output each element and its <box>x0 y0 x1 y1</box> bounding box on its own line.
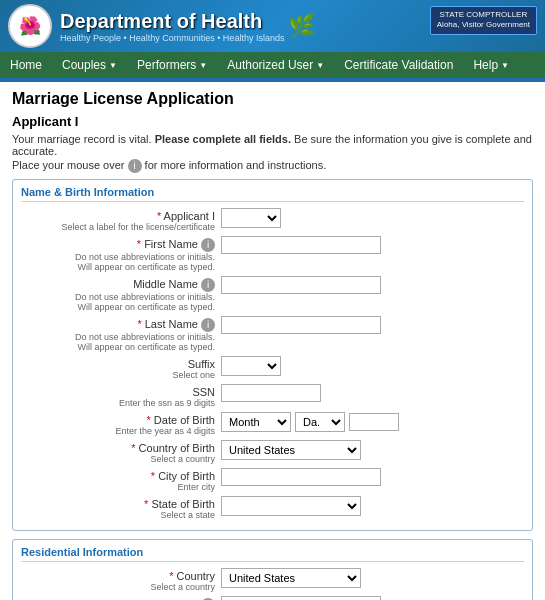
country-birth-select[interactable]: United States <box>221 440 361 460</box>
last-name-row: * Last Name i Do not use abbreviations o… <box>21 316 524 352</box>
city-birth-input[interactable] <box>221 468 381 486</box>
first-name-label: * First Name i <box>137 238 215 250</box>
middle-name-row: Middle Name i Do not use abbreviations o… <box>21 276 524 312</box>
main-content: Marriage License Application Applicant I… <box>0 82 545 600</box>
applicant-select[interactable] <box>221 208 281 228</box>
suffix-sublabel: Select one <box>21 370 215 380</box>
address1-input[interactable] <box>221 596 381 600</box>
header: 🌺 Department of Health Healthy People • … <box>0 0 545 52</box>
suffix-select[interactable] <box>221 356 281 376</box>
suffix-label: Suffix <box>188 358 215 370</box>
middle-name-label: Middle Name i <box>133 278 215 290</box>
dob-row: * Date of Birth Enter the year as 4 digi… <box>21 412 524 436</box>
country-birth-label: * Country of Birth <box>131 442 215 454</box>
performers-arrow: ▼ <box>199 61 207 70</box>
country-select[interactable]: United States <box>221 568 361 588</box>
city-birth-label: * City of Birth <box>151 470 215 482</box>
ssn-row: SSN Enter the ssn as 9 digits <box>21 384 524 408</box>
middle-name-input[interactable] <box>221 276 381 294</box>
suffix-row: Suffix Select one <box>21 356 524 380</box>
mouse-info: Place your mouse over i for more informa… <box>12 159 533 173</box>
country-birth-row: * Country of Birth Select a country Unit… <box>21 440 524 464</box>
city-birth-sublabel: Enter city <box>21 482 215 492</box>
state-birth-label: * State of Birth <box>144 498 215 510</box>
info-text-1: Your marriage record is vital. Please co… <box>12 133 533 157</box>
state-logo-container: STATE COMPTROLLERAloha, Visitor Governme… <box>430 6 537 35</box>
last-name-label: * Last Name i <box>137 318 215 330</box>
address1-row: * Address 1 i Street address <box>21 596 524 600</box>
nav-authorized-user[interactable]: Authorized User ▼ <box>217 52 334 78</box>
country-birth-sublabel: Select a country <box>21 454 215 464</box>
nav-home[interactable]: Home <box>0 52 52 78</box>
dob-day-select[interactable]: Da. 12345 678910 1112131415 1617181920 2… <box>295 412 345 432</box>
bold-info: Please complete all fields. <box>155 133 291 145</box>
state-birth-row: * State of Birth Select a state <box>21 496 524 520</box>
applicant-row: * Applicant I Select a label for the lic… <box>21 208 524 232</box>
nav-certificate-validation[interactable]: Certificate Validation <box>334 52 463 78</box>
first-name-info-icon[interactable]: i <box>201 238 215 252</box>
dob-sublabel: Enter the year as 4 digits <box>21 426 215 436</box>
nav-bar: Home Couples ▼ Performers ▼ Authorized U… <box>0 52 545 78</box>
ssn-label: SSN <box>192 386 215 398</box>
state-birth-sublabel: Select a state <box>21 510 215 520</box>
dob-month-select[interactable]: Month JanuaryFebruaryMarch AprilMayJune … <box>221 412 291 432</box>
first-name-row: * First Name i Do not use abbreviations … <box>21 236 524 272</box>
nav-performers[interactable]: Performers ▼ <box>127 52 217 78</box>
auth-arrow: ▼ <box>316 61 324 70</box>
applicant-sublabel: Select a label for the license/certifica… <box>21 222 215 232</box>
residential-section: Residential Information * Country Select… <box>12 539 533 600</box>
nav-couples[interactable]: Couples ▼ <box>52 52 127 78</box>
dob-year-input[interactable] <box>349 413 399 431</box>
header-text: Department of Health Healthy People • He… <box>60 10 284 43</box>
name-birth-section: Name & Birth Information * Applicant I S… <box>12 179 533 531</box>
ssn-sublabel: Enter the ssn as 9 digits <box>21 398 215 408</box>
couples-arrow: ▼ <box>109 61 117 70</box>
middle-name-sublabel: Do not use abbreviations or initials.Wil… <box>21 292 215 312</box>
applicant-label: * Applicant I <box>157 210 215 222</box>
site-title: Department of Health <box>60 10 284 33</box>
country-label: * Country <box>169 570 215 582</box>
city-birth-row: * City of Birth Enter city <box>21 468 524 492</box>
help-arrow: ▼ <box>501 61 509 70</box>
site-subtitle: Healthy People • Healthy Communities • H… <box>60 33 284 43</box>
country-sublabel: Select a country <box>21 582 215 592</box>
state-birth-select[interactable] <box>221 496 361 516</box>
state-seal: 🌺 <box>8 4 52 48</box>
dob-label: * Date of Birth <box>147 414 215 426</box>
name-birth-legend: Name & Birth Information <box>21 186 524 202</box>
last-name-sublabel: Do not use abbreviations or initials.Wil… <box>21 332 215 352</box>
first-name-sublabel: Do not use abbreviations or initials.Wil… <box>21 252 215 272</box>
middle-name-info-icon[interactable]: i <box>201 278 215 292</box>
nav-help[interactable]: Help ▼ <box>463 52 519 78</box>
last-name-info-icon[interactable]: i <box>201 318 215 332</box>
state-logo: STATE COMPTROLLERAloha, Visitor Governme… <box>430 6 537 35</box>
first-name-input[interactable] <box>221 236 381 254</box>
applicant-section-title: Applicant I <box>12 114 533 129</box>
leaf-icon: 🌿 <box>288 13 315 39</box>
last-name-input[interactable] <box>221 316 381 334</box>
residential-legend: Residential Information <box>21 546 524 562</box>
country-row: * Country Select a country United States <box>21 568 524 592</box>
ssn-input[interactable] <box>221 384 321 402</box>
info-icon-main[interactable]: i <box>128 159 142 173</box>
page-title: Marriage License Application <box>12 90 533 108</box>
